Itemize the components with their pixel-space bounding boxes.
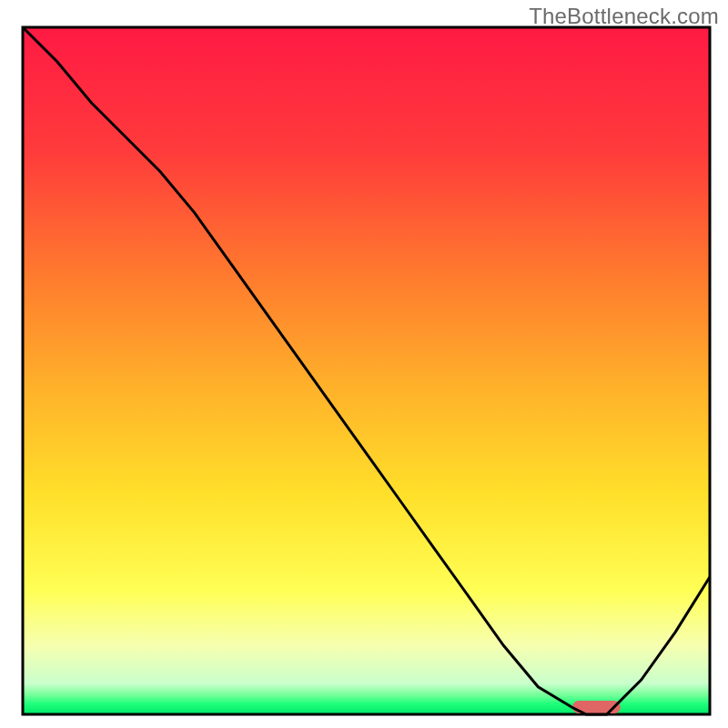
bottleneck-chart [0, 0, 728, 728]
watermark-label: TheBottleneck.com [529, 4, 719, 29]
chart-container: TheBottleneck.com [0, 0, 728, 728]
plot-background [23, 27, 710, 714]
